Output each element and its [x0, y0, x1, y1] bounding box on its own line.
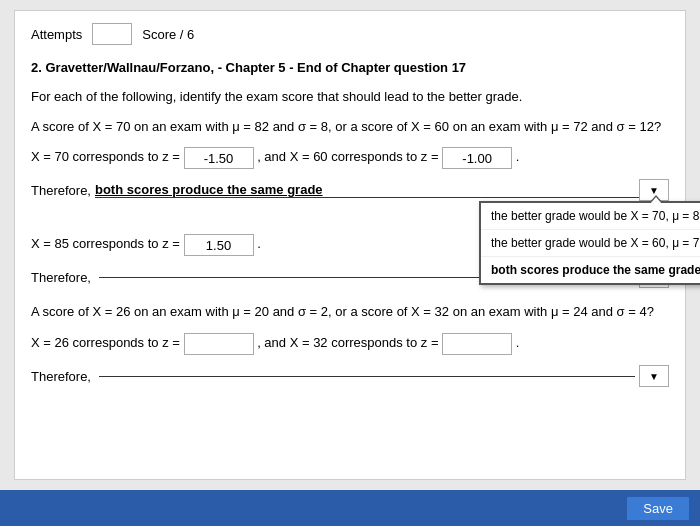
x26-label: X = 26 corresponds to z =: [31, 336, 180, 351]
x26-input[interactable]: [184, 333, 254, 355]
x85-label: X = 85 corresponds to z =: [31, 237, 180, 252]
therefore-c-dropdown[interactable]: ▼: [639, 365, 669, 387]
therefore-a-dropdown[interactable]: ▼ the better grade would be X = 70, μ = …: [639, 179, 669, 201]
x85-input[interactable]: [184, 234, 254, 256]
x32-label: , and X = 32 corresponds to z =: [257, 336, 438, 351]
therefore-a-row: Therefore, both scores produce the same …: [31, 179, 669, 201]
attempts-input[interactable]: [92, 23, 132, 45]
score-label: Score / 6: [142, 27, 194, 42]
x60-input[interactable]: [442, 147, 512, 169]
therefore-c-label: Therefore,: [31, 369, 91, 384]
x70-input[interactable]: [184, 147, 254, 169]
question-title: 2. Gravetter/Wallnau/Forzano, - Chapter …: [31, 59, 669, 77]
dropdown-item-2[interactable]: the better grade would be X = 60, μ = 72…: [481, 230, 700, 257]
period-a: .: [516, 150, 520, 165]
chevron-down-icon-c: ▼: [649, 371, 659, 382]
chevron-down-icon: ▼: [649, 185, 659, 196]
attempts-label: Attempts: [31, 27, 82, 42]
period-c: .: [516, 336, 520, 351]
period-b: .: [257, 237, 261, 252]
x32-input[interactable]: [442, 333, 512, 355]
x70-label: X = 70 corresponds to z =: [31, 150, 180, 165]
part-a-inputs: X = 70 corresponds to z = , and X = 60 c…: [31, 147, 669, 169]
part-a-text: A score of X = 70 on an exam with μ = 82…: [31, 117, 669, 138]
part-c-text: A score of X = 26 on an exam with μ = 20…: [31, 302, 669, 323]
therefore-a-answer: both scores produce the same grade: [95, 182, 323, 197]
therefore-a-label: Therefore,: [31, 183, 91, 198]
save-button[interactable]: Save: [626, 496, 690, 521]
save-bar: Save: [0, 490, 700, 526]
dropdown-item-1[interactable]: the better grade would be X = 70, μ = 82…: [481, 203, 700, 230]
therefore-c-row: Therefore, ▼: [31, 365, 669, 387]
therefore-b-label: Therefore,: [31, 270, 91, 285]
dropdown-menu-a: the better grade would be X = 70, μ = 82…: [479, 201, 700, 285]
x60-label: , and X = 60 corresponds to z =: [257, 150, 438, 165]
question-instructions: For each of the following, identify the …: [31, 87, 669, 107]
part-c-inputs: X = 26 corresponds to z = , and X = 32 c…: [31, 333, 669, 355]
dropdown-c-arrow-btn[interactable]: ▼: [639, 365, 669, 387]
dropdown-item-3[interactable]: both scores produce the same grade: [481, 257, 700, 283]
